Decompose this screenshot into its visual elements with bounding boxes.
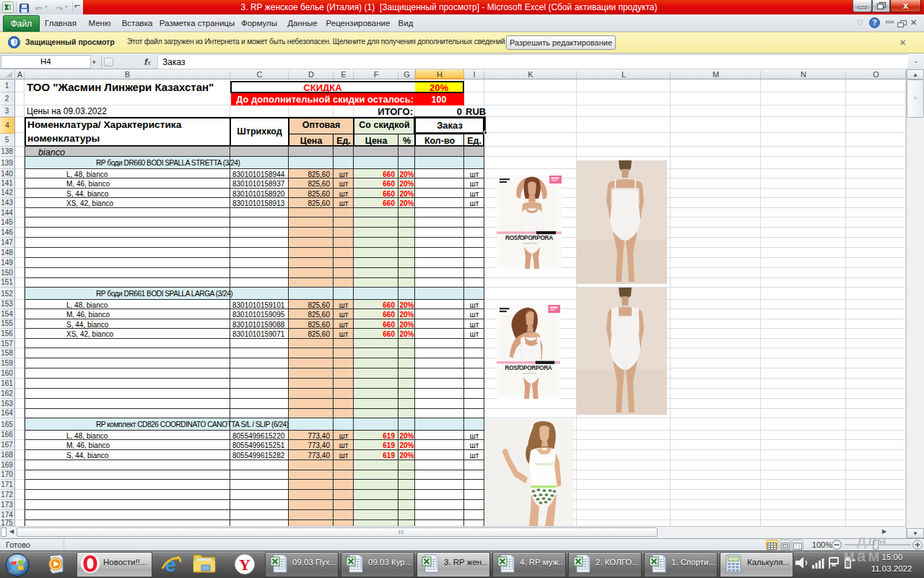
svg-text:e: e	[165, 553, 176, 575]
svg-text:sweet kiwi: sweet kiwi	[536, 462, 554, 466]
svg-text:ROSfOPORPORA: ROSfOPORPORA	[505, 234, 553, 241]
svg-text:?: ?	[872, 19, 876, 27]
svg-text:ROSfOPORPORA: ROSfOPORPORA	[505, 364, 552, 371]
svg-text:Y: Y	[239, 556, 250, 574]
